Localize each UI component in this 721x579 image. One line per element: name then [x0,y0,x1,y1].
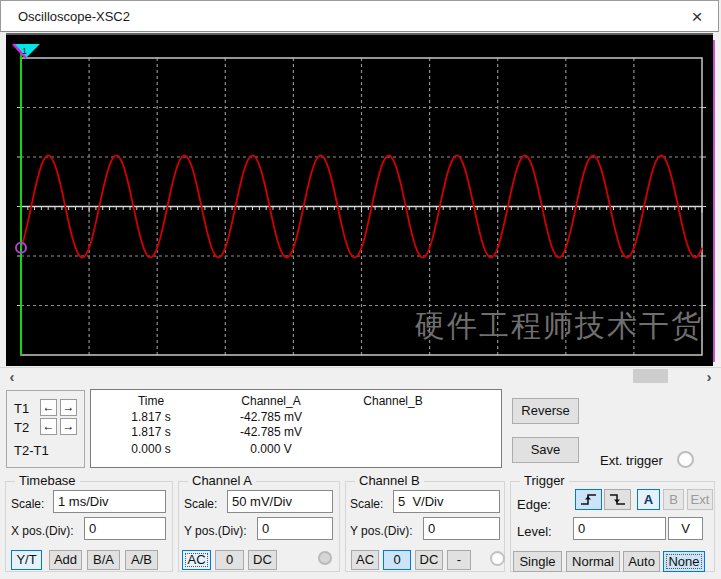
ext-trigger-terminal[interactable] [677,451,694,468]
window-title: Oscilloscope-XSC2 [18,9,130,24]
svg-text:1: 1 [22,46,27,56]
background-wire [713,40,715,362]
trigger-normal-button[interactable]: Normal [566,551,620,572]
scope-display: 1 硬件工程师技术干货 [6,33,713,366]
t2-t1-time-value: 0.000 s [93,442,209,456]
channel-b-terminal[interactable] [490,551,505,566]
measurement-table: Time Channel_A Channel_B 1.817 s -42.785… [90,389,502,468]
trigger-auto-button[interactable]: Auto [623,551,660,572]
watermark-text: 硬件工程师技术干货 [415,306,703,347]
channel-a-dc-button[interactable]: DC [248,550,277,570]
t2-t1-label: T2-T1 [14,443,49,458]
trigger-none-button[interactable]: None [663,551,705,572]
scope-horizontal-scrollbar[interactable]: ‹ › [0,367,721,385]
t2-label: T2 [14,420,29,435]
title-bar[interactable]: Oscilloscope-XSC2 × [0,0,719,32]
cursor-panel: T1 ← → T2 ← → T2-T1 [6,390,85,468]
close-icon[interactable]: × [682,5,712,29]
rising-edge-button[interactable] [575,489,602,510]
timebase-add-button[interactable]: Add [49,550,82,570]
col-header-channel-b: Channel_B [333,394,453,408]
t1-time-value: 1.817 s [93,410,209,424]
rising-edge-icon [580,493,598,506]
channel-b-zero-button[interactable]: 0 [383,550,411,570]
timebase-xpos-input[interactable] [84,517,166,540]
channel-b-title: Channel B [355,473,424,488]
channel-b-dc-button[interactable]: DC [415,550,443,570]
trigger-source-ext-button[interactable]: Ext [687,489,713,510]
t2-channel-a-value: -42.785 mV [211,425,331,439]
oscilloscope-window: { "window": { "title": "Oscilloscope-XSC… [0,0,721,579]
save-button[interactable]: Save [512,437,579,463]
ext-trigger-label: Ext. trigger [600,453,663,468]
timebase-ba-button[interactable]: B/A [87,550,120,570]
scroll-left-icon[interactable]: ‹ [4,369,20,385]
trigger-level-label: Level: [517,524,552,539]
channel-a-ac-button[interactable]: AC [182,550,211,570]
t1-channel-a-value: -42.785 mV [211,410,331,424]
trigger-title: Trigger [520,473,569,488]
channel-a-terminal[interactable] [318,551,332,565]
channel-a-title: Channel A [188,473,256,488]
trigger-single-button[interactable]: Single [513,551,562,572]
t2-t1-channel-a-value: 0.000 V [211,442,331,456]
channel-b-ac-button[interactable]: AC [351,550,379,570]
channel-a-ypos-label: Y pos.(Div): [184,524,246,538]
timebase-yt-button[interactable]: Y/T [11,550,42,570]
col-header-time: Time [93,394,209,408]
channel-a-ypos-input[interactable] [257,517,333,540]
trigger-level-input[interactable] [573,517,666,540]
t1-left-button[interactable]: ← [40,399,57,416]
timebase-scale-input[interactable] [53,490,166,513]
timebase-title: Timebase [15,473,80,488]
channel-b-ypos-input[interactable] [423,517,500,540]
scrollbar-thumb[interactable] [633,369,668,383]
trigger-edge-label: Edge: [517,497,551,512]
t1-label: T1 [14,401,29,416]
col-header-channel-a: Channel_A [211,394,331,408]
t2-left-button[interactable]: ← [40,418,57,435]
t2-time-value: 1.817 s [93,425,209,439]
channel-b-ypos-label: Y pos.(Div): [350,524,412,538]
falling-edge-icon [609,493,627,506]
trigger-level-unit[interactable]: V [668,517,703,540]
channel-a-scale-input[interactable] [227,490,333,513]
channel-a-zero-button[interactable]: 0 [215,550,244,570]
reverse-button[interactable]: Reverse [512,398,579,424]
channel-a-scale-label: Scale: [184,497,217,511]
trigger-source-a-button[interactable]: A [637,489,660,510]
trigger-source-b-button[interactable]: B [663,489,684,510]
scroll-right-icon[interactable]: › [701,369,717,385]
t2-right-button[interactable]: → [60,418,77,435]
channel-b-scale-input[interactable] [393,490,500,513]
timebase-xpos-label: X pos.(Div): [11,524,74,538]
channel-b-minus-button[interactable]: - [447,550,471,570]
t1-right-button[interactable]: → [60,399,77,416]
channel-b-scale-label: Scale: [350,497,383,511]
timebase-ab-button[interactable]: A/B [125,550,158,570]
timebase-scale-label: Scale: [11,497,44,511]
falling-edge-button[interactable] [604,489,631,510]
